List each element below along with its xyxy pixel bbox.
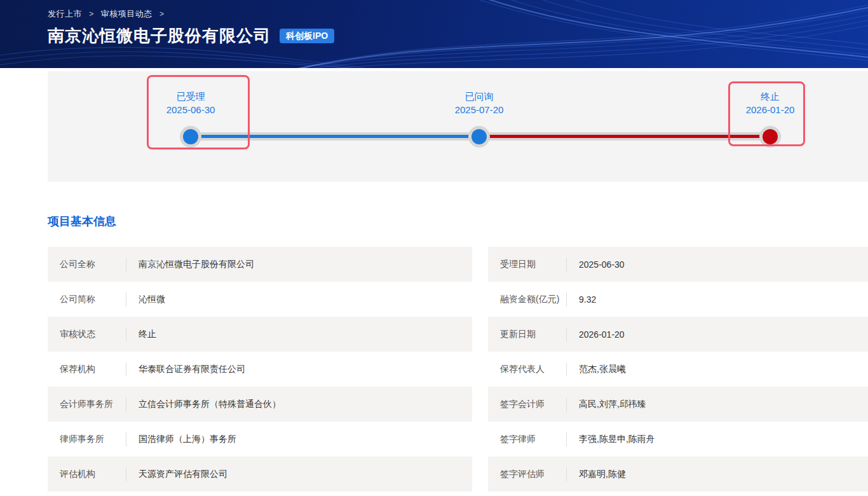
info-label: 保荐代表人 — [488, 364, 566, 375]
info-label: 更新日期 — [488, 329, 566, 340]
table-row: 保荐代表人 范杰,张晨曦 — [488, 352, 868, 387]
info-label: 会计师事务所 — [48, 399, 126, 410]
table-row: 签字会计师 高民,刘萍,邱祎臻 — [488, 387, 868, 422]
review-status-timeline: 已受理 2025-06-30 已问询 2025-07-20 终止 2026-01… — [48, 71, 868, 182]
section-title-project-basic-info: 项目基本信息 — [48, 214, 868, 229]
table-row: 受理日期 2025-06-30 — [488, 247, 868, 282]
breadcrumb-item-issuance-listing[interactable]: 发行上市 — [48, 9, 82, 18]
table-row: 更新日期 2026-01-20 — [488, 317, 868, 352]
info-label: 受理日期 — [488, 259, 566, 270]
project-basic-info-table: 公司全称 南京沁恒微电子股份有限公司 公司简称 沁恒微 审核状态 终止 保荐机构… — [48, 247, 868, 492]
table-row: 审核状态 终止 — [48, 317, 472, 352]
info-label: 签字评估师 — [488, 469, 566, 480]
info-value: 李强,陈昱申,陈雨舟 — [567, 434, 655, 445]
info-value: 华泰联合证券有限责任公司 — [126, 364, 245, 375]
info-value: 2025-06-30 — [567, 259, 625, 270]
info-label: 签字会计师 — [488, 399, 566, 410]
timeline-segment-inquired-to-terminated — [479, 135, 770, 138]
info-label: 签字律师 — [488, 434, 566, 445]
info-value: 范杰,张晨曦 — [567, 364, 626, 375]
info-value: 2026-01-20 — [567, 329, 625, 340]
breadcrumb: 发行上市 > 审核项目动态 > — [48, 8, 868, 20]
info-value: 南京沁恒微电子股份有限公司 — [126, 259, 254, 270]
milestone-inquired-label: 已问询 2025-07-20 — [422, 90, 536, 116]
info-table-right-column: 受理日期 2025-06-30 融资金额(亿元) 9.32 更新日期 2026-… — [488, 247, 868, 492]
table-row: 保荐机构 华泰联合证券有限责任公司 — [48, 352, 472, 387]
info-value: 国浩律师（上海）事务所 — [126, 434, 236, 445]
info-value: 立信会计师事务所（特殊普通合伙） — [126, 399, 281, 410]
milestone-date-text: 2025-07-20 — [422, 103, 536, 116]
table-row: 评估机构 天源资产评估有限公司 — [48, 457, 472, 492]
info-label: 评估机构 — [48, 469, 126, 480]
info-label: 律师事务所 — [48, 434, 126, 445]
info-value: 天源资产评估有限公司 — [126, 469, 227, 480]
table-row: 签字律师 李强,陈昱申,陈雨舟 — [488, 422, 868, 457]
table-row: 融资金额(亿元) 9.32 — [488, 282, 868, 317]
info-label: 公司简称 — [48, 294, 126, 305]
info-value: 邓嘉明,陈健 — [567, 469, 626, 480]
info-table-left-column: 公司全称 南京沁恒微电子股份有限公司 公司简称 沁恒微 审核状态 终止 保荐机构… — [48, 247, 472, 492]
info-label: 审核状态 — [48, 329, 126, 340]
info-label: 融资金额(亿元) — [488, 294, 566, 305]
milestone-inquired-dot — [468, 126, 490, 148]
table-row: 公司全称 南京沁恒微电子股份有限公司 — [48, 247, 472, 282]
table-row: 签字评估师 邓嘉明,陈健 — [488, 457, 868, 492]
info-value: 沁恒微 — [126, 294, 165, 305]
milestone-status-text: 已问询 — [422, 90, 536, 103]
breadcrumb-item-review-project-updates[interactable]: 审核项目动态 — [101, 9, 153, 18]
info-label: 公司全称 — [48, 259, 126, 270]
highlight-box-terminated — [728, 81, 805, 146]
info-value: 终止 — [126, 329, 156, 340]
page-header-banner: 发行上市 > 审核项目动态 > 南京沁恒微电子股份有限公司 科创板IPO — [0, 0, 868, 68]
table-row: 公司简称 沁恒微 — [48, 282, 472, 317]
highlight-box-accepted — [147, 75, 250, 149]
dot-icon — [471, 129, 487, 144]
table-row: 律师事务所 国浩律师（上海）事务所 — [48, 422, 472, 457]
info-label: 保荐机构 — [48, 364, 126, 375]
breadcrumb-separator-icon: > — [89, 10, 94, 18]
info-value: 9.32 — [567, 294, 596, 305]
page-title: 南京沁恒微电子股份有限公司 — [48, 25, 271, 47]
table-row: 会计师事务所 立信会计师事务所（特殊普通合伙） — [48, 387, 472, 422]
info-value: 高民,刘萍,邱祎臻 — [567, 399, 646, 410]
board-ipo-badge: 科创板IPO — [280, 29, 334, 43]
breadcrumb-separator-icon: > — [159, 10, 165, 18]
